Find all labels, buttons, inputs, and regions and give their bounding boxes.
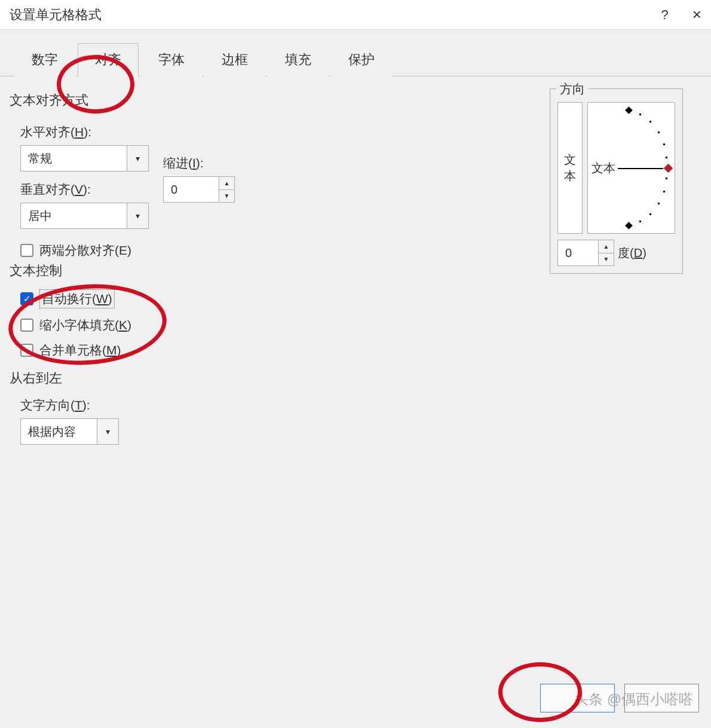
orientation-group-label: 方向 [556, 81, 589, 97]
shrink-to-fit-label: 缩小字体填充(K) [39, 317, 131, 334]
dial-tick-icon [625, 106, 633, 114]
dialog-body: 数字 对齐 字体 边框 填充 保护 文本对齐方式 水平对齐(H): 常规 ▾ 垂… [0, 30, 711, 728]
degree-label: 度(D) [618, 245, 646, 261]
tab-protection[interactable]: 保护 [331, 43, 392, 77]
justify-distributed-checkbox[interactable] [20, 244, 33, 257]
dialog-title: 设置单元格格式 [10, 6, 102, 24]
indent-spinner[interactable]: 0 ▲ ▼ [163, 176, 235, 203]
tab-number[interactable]: 数字 [14, 43, 75, 77]
dial-marker-icon [664, 164, 673, 173]
tab-border[interactable]: 边框 [204, 43, 265, 77]
group-right-to-left: 从右到左 文字方向(T): 根据内容 ▾ [10, 369, 249, 445]
degree-value: 0 [558, 246, 598, 260]
indent-label: 缩进(I): [163, 155, 235, 172]
spinner-down-icon[interactable]: ▼ [599, 253, 614, 266]
tab-content: 文本对齐方式 水平对齐(H): 常规 ▾ 垂直对齐(V): 居中 ▾ 缩进(I)… [0, 76, 711, 632]
orientation-dial[interactable]: 文本 [587, 102, 675, 234]
chevron-down-icon[interactable]: ▾ [127, 146, 148, 171]
group-text-alignment: 文本对齐方式 水平对齐(H): 常规 ▾ 垂直对齐(V): 居中 ▾ 缩进(I)… [10, 91, 464, 267]
rtl-group-label: 从右到左 [10, 369, 249, 387]
tab-fill[interactable]: 填充 [268, 43, 329, 77]
horizontal-align-dropdown[interactable]: 常规 ▾ [20, 145, 149, 172]
horizontal-align-label: 水平对齐(H): [20, 124, 149, 140]
vertical-align-label: 垂直对齐(V): [20, 181, 149, 198]
alignment-group-label: 文本对齐方式 [10, 91, 464, 109]
tab-alignment[interactable]: 对齐 [78, 43, 139, 77]
vertical-align-value: 居中 [21, 208, 127, 224]
indent-value: 0 [164, 183, 219, 197]
group-orientation: 方向 文 本 文本 [550, 88, 693, 274]
help-icon[interactable]: ? [661, 7, 669, 23]
shrink-to-fit-checkbox[interactable] [20, 319, 33, 332]
merge-cells-checkbox[interactable] [20, 344, 33, 357]
merge-cells-label: 合并单元格(M) [39, 342, 121, 359]
vertical-text-button[interactable]: 文 本 [557, 102, 583, 234]
wrap-text-label: 自动换行(W) [39, 289, 115, 308]
vertical-text-char: 文 [564, 152, 576, 168]
control-group-label: 文本控制 [10, 262, 308, 280]
window-controls: ? × [661, 5, 701, 24]
orientation-arc-text: 文本 [592, 160, 615, 176]
spinner-up-icon[interactable]: ▲ [599, 240, 614, 253]
text-direction-value: 根据内容 [21, 424, 97, 440]
text-direction-dropdown[interactable]: 根据内容 ▾ [20, 418, 119, 445]
tab-font[interactable]: 字体 [141, 43, 202, 77]
horizontal-align-value: 常规 [21, 151, 127, 167]
tab-bar: 数字 对齐 字体 边框 填充 保护 [0, 30, 711, 77]
wrap-text-checkbox[interactable]: ✓ [20, 292, 33, 305]
vertical-align-dropdown[interactable]: 居中 ▾ [20, 203, 149, 229]
chevron-down-icon[interactable]: ▾ [97, 419, 118, 444]
vertical-text-char: 本 [564, 168, 576, 184]
justify-distributed-label: 两端分散对齐(E) [39, 242, 131, 259]
chevron-down-icon[interactable]: ▾ [127, 203, 148, 228]
close-icon[interactable]: × [692, 5, 701, 24]
spinner-down-icon[interactable]: ▼ [219, 190, 234, 203]
watermark: 头条 @偶西小嗒嗒 [574, 690, 693, 709]
titlebar: 设置单元格格式 ? × [0, 0, 711, 30]
spinner-up-icon[interactable]: ▲ [219, 177, 234, 190]
group-text-control: 文本控制 ✓ 自动换行(W) 缩小字体填充(K) 合并单元格(M) [10, 262, 308, 367]
degree-spinner[interactable]: 0 ▲ ▼ [557, 240, 614, 266]
text-direction-label: 文字方向(T): [20, 397, 249, 414]
dial-tick-icon [625, 222, 633, 230]
orientation-needle [618, 168, 663, 169]
